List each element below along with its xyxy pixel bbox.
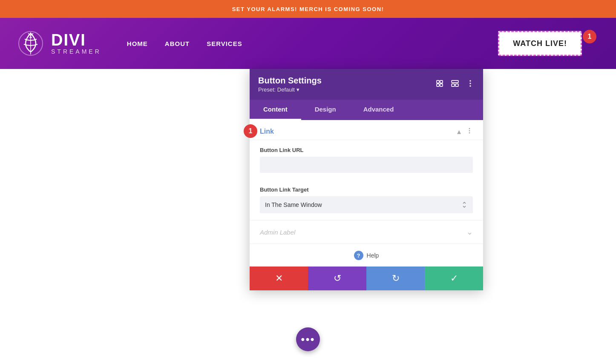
target-select[interactable]: In The Same Window In The New Tab	[260, 196, 473, 213]
panel-tabs: Content Design Advanced	[250, 100, 483, 120]
save-button[interactable]: ✓	[425, 267, 483, 290]
cancel-button[interactable]: ✕	[250, 267, 308, 290]
svg-point-9	[469, 83, 471, 84]
help-icon[interactable]: ?	[354, 251, 363, 260]
svg-point-11	[469, 128, 470, 129]
target-form-group: Button Link Target In The Same Window In…	[250, 180, 483, 220]
svg-point-13	[469, 132, 470, 133]
admin-label-section[interactable]: Admin Label ⌄	[250, 220, 483, 244]
logo-text: DIVI STREAMER	[51, 32, 101, 55]
logo-area: DIVI STREAMER	[17, 30, 101, 57]
target-label: Button Link Target	[260, 186, 473, 193]
panel-badge: 1	[244, 124, 257, 138]
site-header: DIVI STREAMER HOME ABOUT SERVICES WATCH …	[0, 18, 616, 69]
tab-content[interactable]: Content	[250, 100, 301, 120]
svg-point-10	[469, 85, 471, 87]
tab-design[interactable]: Design	[301, 100, 350, 120]
nav-about[interactable]: ABOUT	[165, 40, 190, 47]
undo-button[interactable]: ↺	[308, 267, 366, 290]
section-collapse-icon[interactable]: ▴	[457, 127, 461, 136]
panel-actions: ✕ ↺ ↻ ✓	[250, 267, 483, 290]
expand-icon[interactable]	[435, 79, 444, 90]
section-controls: ▴	[457, 127, 473, 136]
admin-label-chevron-icon: ⌄	[466, 227, 473, 237]
more-options-icon[interactable]	[466, 79, 475, 90]
svg-rect-3	[437, 84, 439, 86]
url-form-group: Button Link URL	[250, 140, 483, 180]
redo-button[interactable]: ↻	[366, 267, 425, 290]
announcement-bar: SET YOUR ALARMS! MERCH IS COMING SOON!	[0, 0, 616, 18]
svg-rect-6	[452, 84, 455, 86]
panel-content: Link ▴ Button Link UR	[250, 120, 483, 267]
floating-menu-button[interactable]: •••	[296, 327, 320, 351]
section-link-title: Link	[260, 128, 274, 135]
panel-header-icons	[435, 79, 475, 90]
svg-point-8	[469, 80, 471, 82]
panel-preset[interactable]: Preset: Default ▾	[258, 86, 322, 93]
nav-services[interactable]: SERVICES	[207, 40, 242, 47]
logo-divi: DIVI	[51, 32, 101, 48]
content-area: 1 Button Settings Preset: Default ▾	[0, 69, 616, 364]
website-background: DIVI STREAMER HOME ABOUT SERVICES WATCH …	[0, 18, 616, 364]
svg-point-12	[469, 130, 470, 131]
section-more-icon[interactable]	[466, 127, 473, 136]
panel-header-left: Button Settings Preset: Default ▾	[258, 76, 322, 93]
notification-badge: 1	[583, 30, 596, 43]
url-label: Button Link URL	[260, 147, 473, 153]
watch-live-button[interactable]: WATCH LIVE!	[498, 31, 582, 56]
link-section-header: Link ▴	[250, 120, 483, 140]
site-nav: HOME ABOUT SERVICES	[127, 40, 242, 47]
svg-rect-5	[452, 80, 458, 83]
url-input[interactable]	[260, 157, 473, 173]
logo-icon	[17, 30, 44, 57]
panel-title: Button Settings	[258, 76, 322, 86]
panel-header: Button Settings Preset: Default ▾	[250, 69, 483, 100]
nav-home[interactable]: HOME	[127, 40, 148, 47]
tab-advanced[interactable]: Advanced	[350, 100, 408, 120]
announcement-text: SET YOUR ALARMS! MERCH IS COMING SOON!	[232, 6, 384, 12]
layout-icon[interactable]	[451, 79, 459, 90]
svg-rect-4	[440, 84, 443, 86]
svg-rect-2	[440, 80, 443, 83]
svg-rect-1	[437, 80, 439, 83]
logo-streamer: STREAMER	[51, 48, 101, 55]
admin-label-text: Admin Label	[260, 229, 295, 236]
settings-panel: Button Settings Preset: Default ▾	[250, 69, 483, 290]
help-section: ? Help	[250, 244, 483, 267]
svg-rect-7	[455, 84, 458, 86]
help-text: Help	[367, 252, 379, 259]
